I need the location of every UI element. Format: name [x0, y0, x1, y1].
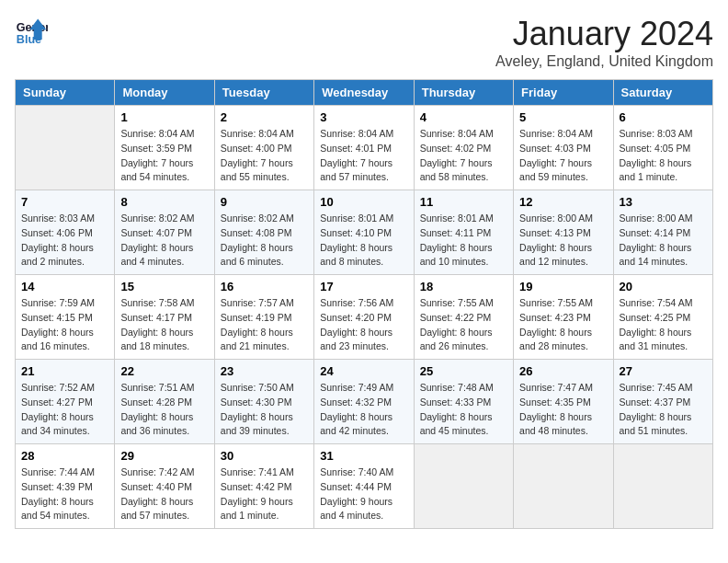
day-header-friday: Friday	[514, 80, 613, 106]
day-number: 21	[21, 364, 108, 378]
day-number: 26	[519, 364, 607, 378]
day-number: 8	[120, 195, 208, 209]
calendar-table: SundayMondayTuesdayWednesdayThursdayFrid…	[15, 79, 713, 529]
day-number: 3	[320, 110, 407, 124]
calendar-cell: 4Sunrise: 8:04 AMSunset: 4:02 PMDaylight…	[414, 106, 513, 190]
day-number: 31	[320, 449, 407, 463]
calendar-week-4: 21Sunrise: 7:52 AMSunset: 4:27 PMDayligh…	[16, 360, 713, 444]
day-info: Sunrise: 7:41 AMSunset: 4:42 PMDaylight:…	[221, 465, 308, 523]
day-number: 18	[420, 280, 507, 293]
calendar-cell	[414, 444, 513, 529]
calendar-cell: 9Sunrise: 8:02 AMSunset: 4:08 PMDaylight…	[214, 190, 313, 275]
calendar-week-1: 1Sunrise: 8:04 AMSunset: 3:59 PMDaylight…	[16, 106, 713, 190]
day-info: Sunrise: 7:40 AMSunset: 4:44 PMDaylight:…	[320, 465, 407, 523]
calendar-subtitle: Aveley, England, United Kingdom	[495, 53, 713, 70]
day-number: 27	[620, 364, 707, 378]
calendar-cell: 29Sunrise: 7:42 AMSunset: 4:40 PMDayligh…	[115, 444, 214, 529]
header: General Blue January 2024 Aveley, Englan…	[15, 15, 713, 70]
day-header-thursday: Thursday	[414, 80, 513, 106]
calendar-week-3: 14Sunrise: 7:59 AMSunset: 4:15 PMDayligh…	[16, 275, 713, 360]
day-info: Sunrise: 7:55 AMSunset: 4:22 PMDaylight:…	[420, 296, 507, 354]
day-info: Sunrise: 8:04 AMSunset: 4:00 PMDaylight:…	[221, 127, 308, 185]
calendar-cell: 20Sunrise: 7:54 AMSunset: 4:25 PMDayligh…	[613, 275, 712, 360]
day-info: Sunrise: 7:57 AMSunset: 4:19 PMDaylight:…	[221, 296, 308, 354]
calendar-cell: 17Sunrise: 7:56 AMSunset: 4:20 PMDayligh…	[314, 275, 414, 360]
day-info: Sunrise: 7:54 AMSunset: 4:25 PMDaylight:…	[620, 296, 707, 354]
day-info: Sunrise: 7:55 AMSunset: 4:23 PMDaylight:…	[519, 296, 607, 354]
calendar-cell: 19Sunrise: 7:55 AMSunset: 4:23 PMDayligh…	[514, 275, 613, 360]
day-number: 5	[519, 110, 607, 124]
day-number: 1	[120, 110, 208, 124]
day-info: Sunrise: 8:02 AMSunset: 4:08 PMDaylight:…	[221, 212, 308, 270]
day-number: 9	[221, 195, 308, 209]
day-info: Sunrise: 7:59 AMSunset: 4:15 PMDaylight:…	[21, 296, 108, 354]
day-number: 13	[620, 195, 707, 209]
day-number: 30	[221, 449, 308, 463]
calendar-cell: 16Sunrise: 7:57 AMSunset: 4:19 PMDayligh…	[214, 275, 313, 360]
logo-icon: General Blue	[15, 15, 48, 48]
calendar-cell: 6Sunrise: 8:03 AMSunset: 4:05 PMDaylight…	[613, 106, 712, 190]
day-info: Sunrise: 7:50 AMSunset: 4:30 PMDaylight:…	[221, 381, 308, 439]
calendar-cell: 12Sunrise: 8:00 AMSunset: 4:13 PMDayligh…	[514, 190, 613, 275]
day-info: Sunrise: 8:01 AMSunset: 4:10 PMDaylight:…	[320, 212, 407, 270]
title-section: January 2024 Aveley, England, United Kin…	[495, 15, 713, 70]
calendar-cell: 15Sunrise: 7:58 AMSunset: 4:17 PMDayligh…	[115, 275, 214, 360]
day-info: Sunrise: 7:47 AMSunset: 4:35 PMDaylight:…	[519, 381, 607, 439]
day-info: Sunrise: 8:04 AMSunset: 4:01 PMDaylight:…	[320, 127, 407, 185]
calendar-week-5: 28Sunrise: 7:44 AMSunset: 4:39 PMDayligh…	[16, 444, 713, 529]
calendar-cell: 8Sunrise: 8:02 AMSunset: 4:07 PMDaylight…	[115, 190, 214, 275]
day-info: Sunrise: 8:03 AMSunset: 4:06 PMDaylight:…	[21, 212, 108, 270]
calendar-cell: 2Sunrise: 8:04 AMSunset: 4:00 PMDaylight…	[214, 106, 313, 190]
day-info: Sunrise: 7:49 AMSunset: 4:32 PMDaylight:…	[320, 381, 407, 439]
day-header-tuesday: Tuesday	[214, 80, 313, 106]
day-info: Sunrise: 7:51 AMSunset: 4:28 PMDaylight:…	[120, 381, 208, 439]
day-header-monday: Monday	[115, 80, 214, 106]
day-info: Sunrise: 8:00 AMSunset: 4:13 PMDaylight:…	[519, 212, 607, 270]
day-number: 28	[21, 449, 108, 463]
day-number: 4	[420, 110, 507, 124]
calendar-cell	[16, 106, 115, 190]
calendar-cell	[613, 444, 712, 529]
calendar-cell: 30Sunrise: 7:41 AMSunset: 4:42 PMDayligh…	[214, 444, 313, 529]
day-number: 23	[221, 364, 308, 378]
day-info: Sunrise: 8:04 AMSunset: 4:03 PMDaylight:…	[519, 127, 607, 185]
calendar-cell: 10Sunrise: 8:01 AMSunset: 4:10 PMDayligh…	[314, 190, 414, 275]
day-number: 29	[120, 449, 208, 463]
day-header-saturday: Saturday	[613, 80, 712, 106]
day-number: 17	[320, 280, 407, 293]
calendar-cell: 18Sunrise: 7:55 AMSunset: 4:22 PMDayligh…	[414, 275, 513, 360]
day-number: 24	[320, 364, 407, 378]
calendar-cell: 13Sunrise: 8:00 AMSunset: 4:14 PMDayligh…	[613, 190, 712, 275]
calendar-cell: 24Sunrise: 7:49 AMSunset: 4:32 PMDayligh…	[314, 360, 414, 444]
day-number: 15	[120, 280, 208, 293]
calendar-cell: 11Sunrise: 8:01 AMSunset: 4:11 PMDayligh…	[414, 190, 513, 275]
day-info: Sunrise: 7:52 AMSunset: 4:27 PMDaylight:…	[21, 381, 108, 439]
calendar-cell: 7Sunrise: 8:03 AMSunset: 4:06 PMDaylight…	[16, 190, 115, 275]
day-info: Sunrise: 8:03 AMSunset: 4:05 PMDaylight:…	[620, 127, 707, 185]
day-number: 12	[519, 195, 607, 209]
calendar-cell: 28Sunrise: 7:44 AMSunset: 4:39 PMDayligh…	[16, 444, 115, 529]
day-info: Sunrise: 7:45 AMSunset: 4:37 PMDaylight:…	[620, 381, 707, 439]
calendar-cell: 21Sunrise: 7:52 AMSunset: 4:27 PMDayligh…	[16, 360, 115, 444]
day-info: Sunrise: 7:48 AMSunset: 4:33 PMDaylight:…	[420, 381, 507, 439]
day-header-sunday: Sunday	[16, 80, 115, 106]
day-info: Sunrise: 8:01 AMSunset: 4:11 PMDaylight:…	[420, 212, 507, 270]
day-number: 20	[620, 280, 707, 293]
day-info: Sunrise: 8:04 AMSunset: 4:02 PMDaylight:…	[420, 127, 507, 185]
calendar-cell: 27Sunrise: 7:45 AMSunset: 4:37 PMDayligh…	[613, 360, 712, 444]
day-info: Sunrise: 7:44 AMSunset: 4:39 PMDaylight:…	[21, 465, 108, 523]
day-number: 25	[420, 364, 507, 378]
calendar-cell: 23Sunrise: 7:50 AMSunset: 4:30 PMDayligh…	[214, 360, 313, 444]
day-info: Sunrise: 8:04 AMSunset: 3:59 PMDaylight:…	[120, 127, 208, 185]
day-info: Sunrise: 8:00 AMSunset: 4:14 PMDaylight:…	[620, 212, 707, 270]
day-info: Sunrise: 7:58 AMSunset: 4:17 PMDaylight:…	[120, 296, 208, 354]
calendar-cell: 22Sunrise: 7:51 AMSunset: 4:28 PMDayligh…	[115, 360, 214, 444]
logo: General Blue	[15, 15, 48, 48]
calendar-cell: 14Sunrise: 7:59 AMSunset: 4:15 PMDayligh…	[16, 275, 115, 360]
day-info: Sunrise: 8:02 AMSunset: 4:07 PMDaylight:…	[120, 212, 208, 270]
day-number: 22	[120, 364, 208, 378]
calendar-title: January 2024	[495, 15, 713, 53]
calendar-header-row: SundayMondayTuesdayWednesdayThursdayFrid…	[16, 80, 713, 106]
calendar-cell: 26Sunrise: 7:47 AMSunset: 4:35 PMDayligh…	[514, 360, 613, 444]
day-number: 19	[519, 280, 607, 293]
